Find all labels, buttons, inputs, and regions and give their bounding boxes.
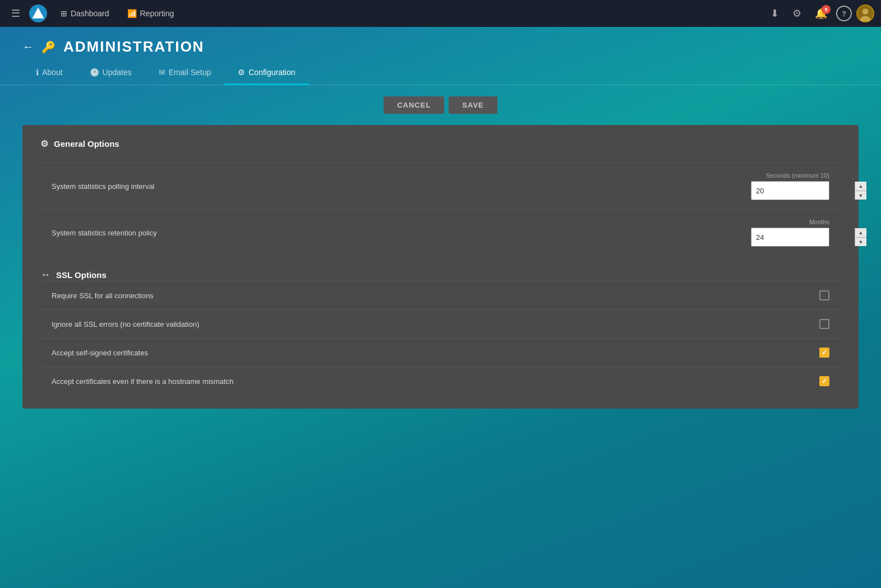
save-button[interactable]: SAVE <box>449 96 497 114</box>
polling-interval-input[interactable] <box>751 182 855 200</box>
require-ssl-label: Require SSL for all connections <box>52 291 154 300</box>
tab-configuration[interactable]: ⚙ Configuration <box>224 61 308 85</box>
top-navigation: ☰ ⊞ Dashboard 📶 Reporting ⬇ ⚙ 🔔 9 ? <box>0 0 881 27</box>
hostname-mismatch-row: Accept certificates even if there is a h… <box>40 367 841 395</box>
polling-interval-control: Seconds (minimum 10) ▲ ▼ <box>751 172 829 200</box>
about-icon: ℹ <box>36 68 39 77</box>
retention-policy-increment[interactable]: ▲ <box>855 228 866 237</box>
self-signed-certs-label: Accept self-signed certificates <box>52 349 148 357</box>
topnav-right-group: ⬇ ⚙ 🔔 9 ? <box>766 4 874 22</box>
ssl-options-header: ↔ SSL Options <box>40 269 841 281</box>
retention-policy-decrement[interactable]: ▼ <box>855 237 866 246</box>
ignore-ssl-errors-row: Ignore all SSL errors (no certificate va… <box>40 309 841 338</box>
tab-email-label: Email Setup <box>169 68 211 77</box>
updates-icon: 🕐 <box>90 68 99 77</box>
app-logo[interactable] <box>29 4 47 22</box>
cancel-button[interactable]: CANCEL <box>384 96 444 114</box>
self-signed-certs-row: Accept self-signed certificates <box>40 338 841 367</box>
general-options-title: General Options <box>54 139 119 149</box>
retention-policy-unit: Months <box>809 219 829 225</box>
download-icon: ⬇ <box>771 8 779 19</box>
polling-interval-decrement[interactable]: ▼ <box>855 191 866 200</box>
tabs-bar: ℹ About 🕐 Updates ✉ Email Setup ⚙ Config… <box>0 61 881 85</box>
dashboard-label: Dashboard <box>71 9 109 18</box>
tab-updates[interactable]: 🕐 Updates <box>76 61 145 85</box>
user-avatar[interactable] <box>856 4 874 22</box>
key-icon: 🔑 <box>41 40 56 54</box>
gear-icon: ⚙ <box>792 8 801 19</box>
retention-policy-input[interactable] <box>751 228 855 246</box>
ssl-options-section: ↔ SSL Options Require SSL for all connec… <box>40 269 841 395</box>
download-button[interactable]: ⬇ <box>766 5 783 22</box>
dashboard-icon: ⊞ <box>61 9 67 18</box>
retention-policy-spinbox: ▲ ▼ <box>751 228 829 247</box>
reporting-label: Reporting <box>140 9 174 18</box>
polling-interval-increment[interactable]: ▲ <box>855 182 866 191</box>
self-signed-certs-checkbox[interactable] <box>819 348 829 358</box>
tab-about[interactable]: ℹ About <box>22 61 76 85</box>
settings-button[interactable]: ⚙ <box>788 5 806 22</box>
general-options-icon: ⚙ <box>40 138 48 149</box>
ignore-ssl-errors-label: Ignore all SSL errors (no certificate va… <box>52 320 199 328</box>
nav-item-reporting[interactable]: 📶 Reporting <box>121 7 181 20</box>
polling-interval-spinbox: ▲ ▼ <box>751 181 829 200</box>
action-bar: CANCEL SAVE <box>0 85 881 125</box>
ssl-options-title: SSL Options <box>56 270 107 280</box>
nav-item-dashboard[interactable]: ⊞ Dashboard <box>54 7 116 20</box>
retention-policy-spinbox-buttons: ▲ ▼ <box>855 228 866 246</box>
retention-policy-row: System statistics retention policy Month… <box>40 209 841 256</box>
svg-point-2 <box>862 8 869 15</box>
reporting-icon: 📶 <box>127 9 137 18</box>
hostname-mismatch-checkbox[interactable] <box>819 376 829 386</box>
ssl-icon: ↔ <box>40 269 50 281</box>
polling-interval-unit: Seconds (minimum 10) <box>766 172 829 179</box>
require-ssl-row: Require SSL for all connections <box>40 281 841 309</box>
polling-interval-row: System statistics polling interval Secon… <box>40 163 841 209</box>
notifications-button[interactable]: 🔔 9 <box>810 5 832 22</box>
email-icon: ✉ <box>159 68 165 77</box>
page-title: ADMINISTRATION <box>63 38 204 55</box>
help-icon: ? <box>842 10 846 18</box>
main-content-card: ⚙ General Options System statistics poll… <box>22 125 859 409</box>
polling-interval-spinbox-buttons: ▲ ▼ <box>855 182 866 200</box>
tab-about-label: About <box>42 68 63 77</box>
config-icon: ⚙ <box>238 68 245 77</box>
page-header: ← 🔑 ADMINISTRATION <box>0 27 881 61</box>
svg-marker-0 <box>33 8 44 18</box>
polling-interval-label: System statistics polling interval <box>52 182 155 191</box>
tab-email-setup[interactable]: ✉ Email Setup <box>145 61 224 85</box>
hostname-mismatch-label: Accept certificates even if there is a h… <box>52 377 233 386</box>
retention-policy-control: Months ▲ ▼ <box>751 219 829 247</box>
back-button[interactable]: ← <box>22 40 34 53</box>
general-options-header: ⚙ General Options <box>40 138 841 149</box>
require-ssl-checkbox[interactable] <box>819 290 829 300</box>
menu-icon[interactable]: ☰ <box>7 5 25 22</box>
notification-badge: 9 <box>822 5 831 14</box>
tab-updates-label: Updates <box>103 68 132 77</box>
help-button[interactable]: ? <box>836 6 852 21</box>
retention-policy-label: System statistics retention policy <box>52 229 157 237</box>
ignore-ssl-errors-checkbox[interactable] <box>819 319 829 329</box>
tab-config-label: Configuration <box>248 68 295 77</box>
